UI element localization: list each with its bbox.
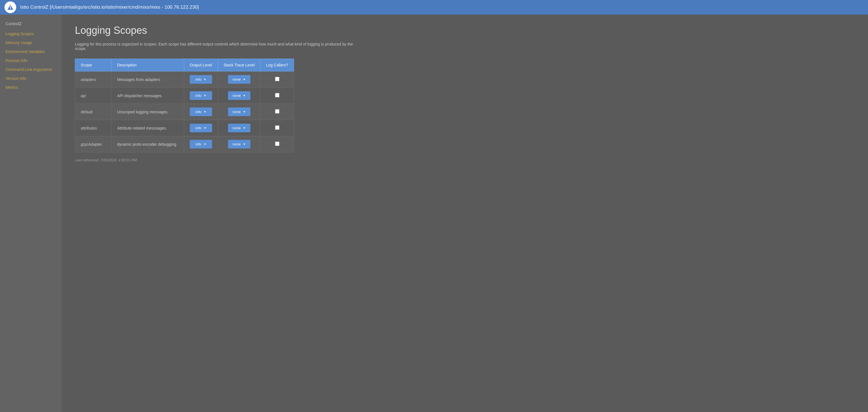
stack-trace-dropdown-2[interactable]: none ▼ [228, 107, 250, 116]
chevron-down-icon: ▼ [243, 78, 246, 81]
output-level-cell-3: info ▼ [184, 120, 218, 136]
stack-trace-dropdown-1[interactable]: none ▼ [228, 91, 250, 100]
table-row: adapters Messages from adapters info ▼ n… [75, 71, 294, 88]
log-callers-cell-1 [260, 88, 294, 104]
sidebar-link-logging-scopes[interactable]: Logging Scopes [6, 32, 34, 36]
log-callers-checkbox-3[interactable] [275, 125, 279, 130]
log-callers-checkbox-4[interactable] [275, 141, 279, 146]
page-title: Logging Scopes [75, 25, 855, 36]
sidebar-item-metrics[interactable]: Metrics [0, 83, 61, 92]
logging-scopes-table: Scope Description Output Level Stack Tra… [75, 59, 294, 152]
output-level-dropdown-1[interactable]: info ▼ [190, 91, 212, 100]
scope-description-1: API dispatcher messages. [112, 88, 184, 104]
table-row: api API dispatcher messages. info ▼ none… [75, 88, 294, 104]
app-logo [4, 1, 16, 13]
col-header-stack-trace-level: Stack Trace Level [218, 59, 260, 71]
log-callers-cell-4 [260, 136, 294, 152]
layout: ControlZ Logging Scopes Memory Usage Env… [0, 14, 868, 412]
stack-trace-cell-0: none ▼ [218, 71, 260, 88]
scope-description-0: Messages from adapters [112, 71, 184, 88]
main-content: Logging Scopes Logging for this process … [61, 14, 868, 412]
stack-trace-dropdown-3[interactable]: none ▼ [228, 124, 250, 132]
scope-name-3: attributes [75, 120, 112, 136]
chevron-down-icon: ▼ [204, 110, 207, 113]
sidebar-item-command-line-arguments[interactable]: Command-Line Arguments [0, 65, 61, 74]
scope-name-4: grpcAdapter [75, 136, 112, 152]
log-callers-checkbox-2[interactable] [275, 109, 279, 114]
chevron-down-icon: ▼ [204, 143, 207, 146]
sidebar-item-logging-scopes[interactable]: Logging Scopes [0, 29, 61, 38]
stack-trace-cell-2: none ▼ [218, 104, 260, 120]
sidebar: ControlZ Logging Scopes Memory Usage Env… [0, 14, 61, 412]
output-level-dropdown-2[interactable]: info ▼ [190, 107, 212, 116]
output-level-cell-4: info ▼ [184, 136, 218, 152]
col-header-description: Description [112, 59, 184, 71]
sidebar-item-environment-variables[interactable]: Environment Variables [0, 47, 61, 56]
stack-trace-cell-4: none ▼ [218, 136, 260, 152]
window-title: Istio ControlZ [/Users/mtail/go/src/isti… [20, 4, 199, 10]
output-level-cell-0: info ▼ [184, 71, 218, 88]
output-level-cell-2: info ▼ [184, 104, 218, 120]
log-callers-cell-0 [260, 71, 294, 88]
col-header-scope: Scope [75, 59, 112, 71]
sidebar-link-memory-usage[interactable]: Memory Usage [6, 40, 32, 45]
table-row: attributes Attribute-related messsages. … [75, 120, 294, 136]
output-level-dropdown-4[interactable]: info ▼ [190, 140, 212, 148]
chevron-down-icon: ▼ [243, 127, 246, 130]
sidebar-heading: ControlZ [0, 19, 61, 29]
stack-trace-dropdown-0[interactable]: none ▼ [228, 75, 250, 84]
scope-description-2: Unscoped logging messages. [112, 104, 184, 120]
table-row: default Unscoped logging messages. info … [75, 104, 294, 120]
col-header-output-level: Output Level [184, 59, 218, 71]
sidebar-link-version-info[interactable]: Version Info [6, 76, 26, 81]
sidebar-item-version-info[interactable]: Version Info [0, 74, 61, 83]
log-callers-cell-2 [260, 104, 294, 120]
sidebar-link-process-info[interactable]: Process Info [6, 58, 27, 63]
scope-name-2: default [75, 104, 112, 120]
page-description: Logging for this process is organized in… [75, 42, 354, 51]
stack-trace-cell-3: none ▼ [218, 120, 260, 136]
output-level-dropdown-3[interactable]: info ▼ [190, 124, 212, 132]
sidebar-link-environment-variables[interactable]: Environment Variables [6, 49, 45, 54]
sidebar-item-memory-usage[interactable]: Memory Usage [0, 38, 61, 47]
sidebar-item-process-info[interactable]: Process Info [0, 56, 61, 65]
table-row: grpcAdapter dynamic proto encoder debugg… [75, 136, 294, 152]
last-refreshed: Last refreshed: 7/26/2018, 4:30:01 PM [75, 158, 855, 162]
chevron-down-icon: ▼ [243, 110, 246, 113]
stack-trace-dropdown-4[interactable]: none ▼ [228, 140, 250, 148]
chevron-down-icon: ▼ [204, 78, 207, 81]
log-callers-cell-3 [260, 120, 294, 136]
scope-description-3: Attribute-related messsages. [112, 120, 184, 136]
log-callers-checkbox-0[interactable] [275, 77, 279, 81]
scope-name-1: api [75, 88, 112, 104]
col-header-log-callers: Log Callers? [260, 59, 294, 71]
scope-description-4: dynamic proto encoder debugging [112, 136, 184, 152]
sidebar-link-command-line-arguments[interactable]: Command-Line Arguments [6, 67, 52, 72]
titlebar: Istio ControlZ [/Users/mtail/go/src/isti… [0, 0, 868, 14]
chevron-down-icon: ▼ [243, 143, 246, 146]
sidebar-link-metrics[interactable]: Metrics [6, 85, 18, 90]
chevron-down-icon: ▼ [204, 94, 207, 97]
output-level-dropdown-0[interactable]: info ▼ [190, 75, 212, 84]
log-callers-checkbox-1[interactable] [275, 93, 279, 97]
scope-name-0: adapters [75, 71, 112, 88]
chevron-down-icon: ▼ [204, 127, 207, 130]
output-level-cell-1: info ▼ [184, 88, 218, 104]
chevron-down-icon: ▼ [243, 94, 246, 97]
stack-trace-cell-1: none ▼ [218, 88, 260, 104]
